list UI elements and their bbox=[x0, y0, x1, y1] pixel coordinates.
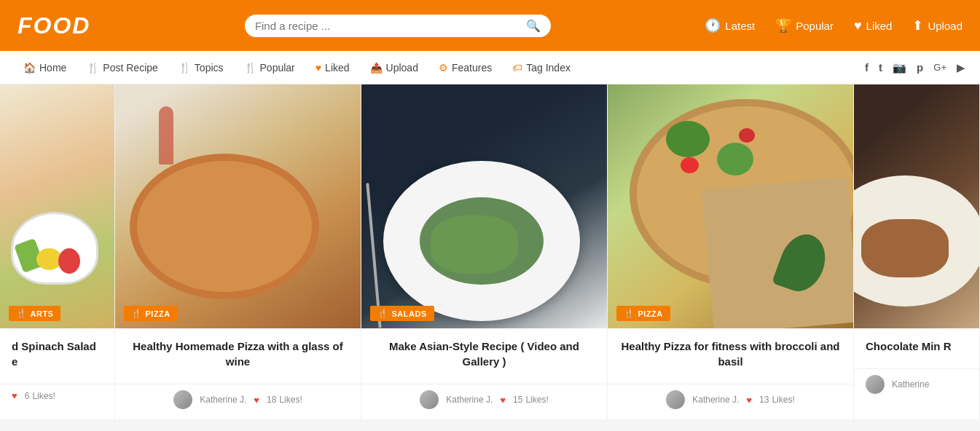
card-1-image: 🍴 ARTS bbox=[0, 84, 114, 328]
card-3-category-label: SALADS bbox=[392, 309, 427, 318]
card-3-author: Katherine J. bbox=[446, 395, 493, 405]
nav-tag-index[interactable]: 🏷 Tag Index bbox=[503, 51, 579, 84]
card-5-image: 🍴 bbox=[854, 84, 979, 328]
pinterest-icon[interactable]: p bbox=[917, 61, 923, 74]
card-5-footer: Katherine bbox=[854, 368, 979, 404]
fork-icon-3: 🍴 bbox=[244, 62, 256, 74]
heart-nav-icon-2: ♥ bbox=[315, 62, 321, 74]
navbar: 🏠 Home 🍴 Post Recipe 🍴 Topics 🍴 Popular … bbox=[0, 51, 980, 84]
card-1-likes: 6 Likes! bbox=[25, 391, 55, 401]
card-1-likes-count: 6 bbox=[25, 391, 30, 401]
card-2-likes: 18 Likes! bbox=[267, 395, 302, 405]
card-4-title: Healthy Pizza for fitness with broccoli … bbox=[619, 339, 842, 369]
card-1-footer: ♥ 6 Likes! bbox=[0, 384, 114, 411]
navbar-right: f t 📷 p G+ ▶ bbox=[865, 61, 965, 74]
nav-home[interactable]: 🏠 Home bbox=[15, 51, 75, 84]
twitter-icon[interactable]: t bbox=[879, 61, 882, 74]
card-2-category-label: PIZZA bbox=[146, 309, 170, 318]
card-3-heart-icon: ♥ bbox=[500, 395, 506, 406]
card-4-heart-icon: ♥ bbox=[746, 395, 752, 406]
header: FOOD 🔍 🕐 Latest 🏆 Popular ♥ Liked ⬆ Uplo… bbox=[0, 0, 980, 51]
cards-container: 🍴 ARTS d Spinach Salad e ♥ 6 Likes! 🍴 bbox=[0, 84, 980, 419]
header-nav-popular[interactable]: 🏆 Popular bbox=[775, 17, 834, 33]
card-3-category: 🍴 SALADS bbox=[370, 306, 434, 321]
card-2-likes-count: 18 bbox=[267, 395, 276, 405]
card-3-footer: Katherine J. ♥ 15 Likes! bbox=[361, 384, 607, 419]
nav-features[interactable]: ⚙ Features bbox=[430, 51, 501, 84]
card-3-likes: 15 Likes! bbox=[513, 395, 549, 405]
search-bar: 🔍 bbox=[245, 15, 551, 37]
search-input[interactable] bbox=[255, 20, 526, 32]
card-1-heart-icon: ♥ bbox=[12, 390, 17, 401]
card-4-author: Katherine J. bbox=[692, 395, 739, 405]
card-2-category: 🍴 PIZZA bbox=[124, 306, 178, 321]
header-nav-liked[interactable]: ♥ Liked bbox=[854, 18, 893, 33]
card-spinach-salad: 🍴 ARTS d Spinach Salad e ♥ 6 Likes! bbox=[0, 84, 115, 419]
card-pizza-wine[interactable]: 🍴 PIZZA Healthy Homemade Pizza with a gl… bbox=[115, 84, 361, 419]
category-icon-3: 🍴 bbox=[377, 309, 388, 318]
google-plus-icon[interactable]: G+ bbox=[933, 62, 946, 73]
nav-liked-label: Liked bbox=[325, 62, 349, 74]
header-nav-latest[interactable]: 🕐 Latest bbox=[705, 17, 755, 33]
header-nav-popular-label: Popular bbox=[796, 20, 834, 32]
card-1-likes-label: Likes! bbox=[32, 391, 55, 401]
trophy-icon: 🏆 bbox=[775, 17, 791, 33]
category-icon-4: 🍴 bbox=[624, 309, 635, 318]
header-nav-upload[interactable]: ⬆ Upload bbox=[912, 17, 963, 33]
card-4-category-label: PIZZA bbox=[638, 309, 663, 318]
search-button[interactable]: 🔍 bbox=[526, 19, 541, 33]
features-icon: ⚙ bbox=[439, 62, 448, 74]
card-2-heart-icon: ♥ bbox=[254, 395, 259, 406]
card-4-category: 🍴 PIZZA bbox=[616, 306, 670, 321]
nav-tag-index-label: Tag Index bbox=[526, 62, 571, 74]
card-4-image: 🍴 PIZZA bbox=[608, 84, 853, 328]
card-1-category-label: ARTS bbox=[31, 309, 54, 318]
facebook-icon[interactable]: f bbox=[865, 61, 869, 74]
card-2-avatar bbox=[173, 390, 192, 409]
youtube-icon[interactable]: ▶ bbox=[957, 61, 965, 74]
card-3-title: Make Asian-Style Recipe ( Video and Gall… bbox=[373, 339, 595, 369]
nav-popular[interactable]: 🍴 Popular bbox=[235, 51, 304, 84]
card-chocolate: 🍴 Chocolate Min R Katherine bbox=[854, 84, 980, 419]
upload-icon: ⬆ bbox=[912, 17, 923, 33]
card-4-likes-count: 13 bbox=[759, 395, 769, 405]
nav-upload-label: Upload bbox=[386, 62, 418, 74]
card-1-title: d Spinach Salad e bbox=[12, 339, 103, 369]
card-1-category: 🍴 ARTS bbox=[9, 306, 60, 321]
nav-upload[interactable]: 📤 Upload bbox=[361, 51, 427, 84]
instagram-icon[interactable]: 📷 bbox=[893, 61, 906, 74]
nav-features-label: Features bbox=[452, 62, 492, 74]
card-5-author: Katherine bbox=[892, 379, 929, 390]
category-icon-2: 🍴 bbox=[131, 309, 142, 318]
nav-post-recipe-label: Post Recipe bbox=[103, 62, 157, 74]
navbar-left: 🏠 Home 🍴 Post Recipe 🍴 Topics 🍴 Popular … bbox=[15, 51, 579, 84]
card-asian-salad[interactable]: 🍴 SALADS Make Asian-Style Recipe ( Video… bbox=[361, 84, 608, 419]
card-4-avatar bbox=[666, 390, 685, 409]
card-4-footer: Katherine J. ♥ 13 Likes! bbox=[608, 384, 853, 419]
card-3-body: Make Asian-Style Recipe ( Video and Gall… bbox=[361, 328, 607, 384]
clock-icon: 🕐 bbox=[705, 17, 721, 33]
card-2-footer: Katherine J. ♥ 18 Likes! bbox=[115, 384, 361, 419]
card-3-image: 🍴 SALADS bbox=[361, 84, 607, 328]
nav-topics[interactable]: 🍴 Topics bbox=[170, 51, 232, 84]
card-2-title: Healthy Homemade Pizza with a glass of w… bbox=[127, 339, 349, 369]
card-3-likes-label: Likes! bbox=[525, 395, 548, 405]
fork-icon-1: 🍴 bbox=[87, 62, 99, 74]
card-1-body: d Spinach Salad e bbox=[0, 328, 114, 384]
card-5-body: Chocolate Min R bbox=[854, 328, 979, 368]
card-2-body: Healthy Homemade Pizza with a glass of w… bbox=[115, 328, 361, 384]
header-nav-upload-label: Upload bbox=[928, 20, 963, 32]
card-4-likes: 13 Likes! bbox=[759, 395, 795, 405]
card-3-likes-count: 15 bbox=[513, 395, 522, 405]
card-5-title: Chocolate Min R bbox=[866, 339, 968, 354]
tag-icon: 🏷 bbox=[512, 62, 522, 74]
header-nav-liked-label: Liked bbox=[866, 20, 893, 32]
nav-popular-label: Popular bbox=[260, 62, 295, 74]
nav-post-recipe[interactable]: 🍴 Post Recipe bbox=[78, 51, 166, 84]
nav-home-label: Home bbox=[39, 62, 66, 74]
card-pizza-broccoli[interactable]: 🍴 PIZZA Healthy Pizza for fitness with b… bbox=[608, 84, 854, 419]
nav-liked[interactable]: ♥ Liked bbox=[307, 51, 358, 84]
card-5-avatar bbox=[866, 375, 885, 394]
card-3-avatar bbox=[420, 390, 439, 409]
logo: FOOD bbox=[17, 12, 90, 39]
